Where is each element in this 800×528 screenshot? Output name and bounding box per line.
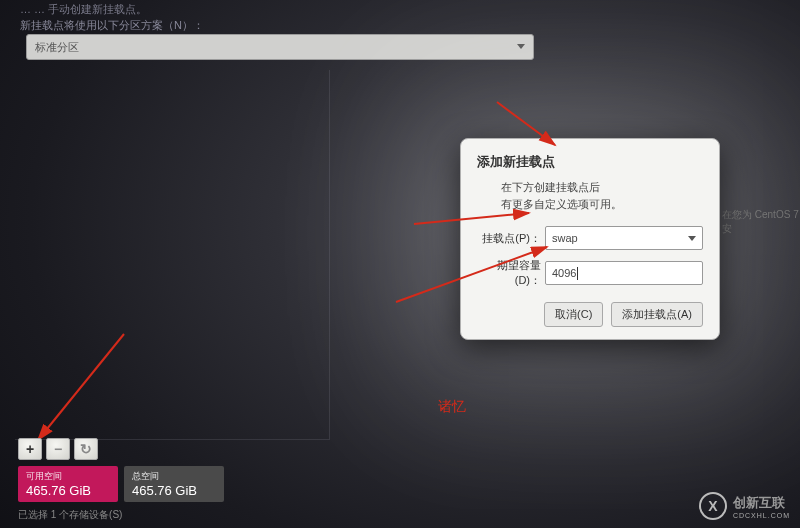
partition-scheme-dropdown[interactable]: 标准分区 — [26, 34, 534, 60]
watermark-logo-icon: X — [699, 492, 727, 520]
remove-mountpoint-button[interactable]: − — [46, 438, 70, 460]
dialog-title: 添加新挂载点 — [477, 153, 703, 171]
mountpoint-field-label: 挂载点(P)： — [477, 231, 545, 246]
available-space-badge: 可用空间 465.76 GiB — [18, 466, 118, 502]
total-space-label: 总空间 — [132, 470, 216, 483]
top-hint-text: … … 手动创建新挂载点。 — [20, 2, 147, 17]
cancel-button[interactable]: 取消(C) — [544, 302, 603, 327]
reload-button[interactable]: ↻ — [74, 438, 98, 460]
add-mountpoint-dialog: 添加新挂载点 在下方创建挂载点后 有更多自定义选项可用。 挂载点(P)： swa… — [460, 138, 720, 340]
mountpoint-value: swap — [552, 232, 578, 244]
text-cursor-icon — [577, 267, 578, 280]
capacity-field-label: 期望容量(D)： — [477, 258, 545, 288]
partition-scheme-value: 标准分区 — [35, 40, 79, 55]
total-space-value: 465.76 GiB — [132, 483, 216, 498]
total-space-badge: 总空间 465.76 GiB — [124, 466, 224, 502]
available-space-label: 可用空间 — [26, 470, 110, 483]
capacity-value: 4096 — [552, 267, 576, 279]
selected-devices-link[interactable]: 已选择 1 个存储设备(S) — [18, 508, 122, 522]
available-space-value: 465.76 GiB — [26, 483, 110, 498]
partition-scheme-label: 新挂载点将使用以下分区方案（N）： — [20, 18, 204, 33]
capacity-input[interactable]: 4096 — [545, 261, 703, 285]
chevron-down-icon — [517, 44, 525, 49]
watermark-sub: CDCXHL.COM — [733, 512, 790, 519]
mountpoint-combobox[interactable]: swap — [545, 226, 703, 250]
watermark: X 创新互联 CDCXHL.COM — [699, 492, 790, 520]
watermark-name: 创新互联 — [733, 494, 790, 512]
mountpoint-toolbar: + − ↻ — [18, 438, 98, 460]
right-hint-text: 在您为 CentOS 7 安 — [722, 208, 800, 236]
add-mountpoint-button[interactable]: + — [18, 438, 42, 460]
annotation-text: 诸忆 — [438, 398, 466, 416]
dialog-subtitle: 在下方创建挂载点后 有更多自定义选项可用。 — [501, 179, 703, 212]
disk-space-summary: 可用空间 465.76 GiB 总空间 465.76 GiB — [18, 466, 224, 502]
chevron-down-icon — [688, 236, 696, 241]
add-mountpoint-confirm-button[interactable]: 添加挂载点(A) — [611, 302, 703, 327]
mountpoint-list-panel — [15, 70, 330, 440]
